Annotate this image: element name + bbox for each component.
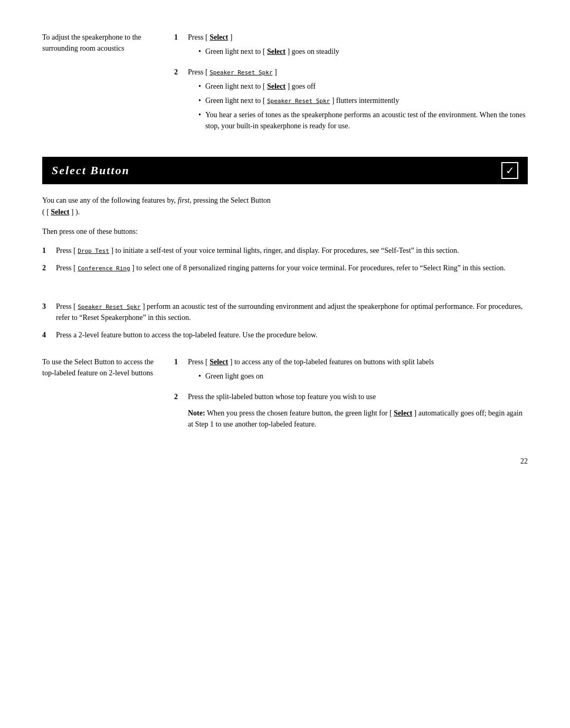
bottom-section: To use the Select Button to access the t… — [42, 356, 528, 436]
bottom-bullet-1: Green light goes on — [198, 371, 434, 382]
bottom-step-2-text: Press the split-labeled button whose top… — [188, 393, 376, 401]
main-step-2-content: Press [ Conference Ring ] to select one … — [56, 262, 506, 273]
speaker-reset-key-1: Speaker Reset Spkr — [210, 69, 272, 76]
bullet-1-1: Green light next to [ Select ] goes on s… — [198, 46, 339, 57]
main-step-1: 1 Press [ Drop Test ] to initiate a self… — [42, 245, 528, 256]
checkmark-icon: ✓ — [501, 162, 518, 179]
note-label: Note: — [188, 409, 205, 417]
top-step-2: 2 Press [ Speaker Reset Spkr ] Green lig… — [174, 67, 528, 135]
main-step-4-content: Press a 2-level feature button to access… — [56, 329, 318, 341]
top-steps-list: 1 Press [ Select ] Green light next to [… — [174, 32, 528, 135]
intro-text2-before: ( [ — [42, 208, 51, 216]
note-text-before: When you press the chosen feature button… — [205, 409, 394, 417]
intro-text-after: pressing the Select Button — [192, 196, 271, 204]
bullet-2-3-text: You hear a series of tones as the speake… — [205, 109, 528, 131]
bottom-left-description: To use the Select Button to access the t… — [42, 356, 158, 436]
bottom-step-num-1: 1 — [174, 356, 183, 385]
conference-ring-key: Conference Ring — [78, 265, 130, 272]
top-right-steps: 1 Press [ Select ] Green light next to [… — [174, 32, 528, 141]
main-step-2-before: Press [ — [56, 264, 78, 272]
step-num-1: 1 — [174, 32, 183, 60]
top-section: To adjust the speakerphone to the surrou… — [42, 32, 528, 141]
main-step-1-after: ] to initiate a self-test of your voice … — [109, 247, 459, 254]
bullet-1-1-text: Green light next to [ Select ] goes on s… — [205, 46, 339, 57]
step-2-text-after: ] — [272, 68, 277, 76]
top-left-description: To adjust the speakerphone to the surrou… — [42, 32, 158, 141]
bottom-step-1-before: Press [ — [188, 358, 210, 366]
bottom-left-text: To use the Select Button to access the t… — [42, 358, 154, 377]
bottom-step-2: 2 Press the split-labeled button whose t… — [174, 391, 528, 430]
main-step-1-content: Press [ Drop Test ] to initiate a self-t… — [56, 245, 459, 256]
select-key-1: Select — [210, 33, 228, 41]
main-step-num-4: 4 — [42, 329, 51, 341]
bottom-steps-list: 1 Press [ Select ] to access any of the … — [174, 356, 528, 430]
top-step-1: 1 Press [ Select ] Green light next to [… — [174, 32, 528, 60]
top-left-text: To adjust the speakerphone to the surrou… — [42, 33, 141, 52]
bullet-2-1-text: Green light next to [ Select ] goes off — [205, 81, 316, 92]
section-header: Select Button ✓ — [42, 157, 528, 184]
step-1-text-before: Press [ — [188, 33, 210, 41]
note-block: Note: When you press the chosen feature … — [188, 408, 528, 430]
bottom-step-1-content: Press [ Select ] to access any of the to… — [188, 356, 434, 385]
intro-text2-after: ] ). — [69, 208, 80, 216]
step-1-bullets: Green light next to [ Select ] goes on s… — [198, 46, 339, 57]
step-1-content: Press [ Select ] Green light next to [ S… — [188, 32, 339, 60]
bottom-step-2-content: Press the split-labeled button whose top… — [188, 391, 528, 430]
bottom-step-1-after: ] to access any of the top-labeled featu… — [228, 358, 434, 366]
bottom-step-num-2: 2 — [174, 391, 183, 430]
bottom-right-steps: 1 Press [ Select ] to access any of the … — [174, 356, 528, 436]
then-press-text: Then press one of these buttons: — [42, 226, 528, 238]
main-step-3: 3 Press [ Speaker Reset Spkr ] perform a… — [42, 301, 528, 323]
select-key-bottom: Select — [210, 358, 228, 366]
step-2-text-before: Press [ — [188, 68, 210, 76]
bullet-2-2-text: Green light next to [ Speaker Reset Spkr… — [205, 95, 399, 106]
intro-italic: first, — [178, 196, 192, 204]
main-step-4: 4 Press a 2-level feature button to acce… — [42, 329, 528, 341]
step-num-2: 2 — [174, 67, 183, 135]
main-steps-list: 1 Press [ Drop Test ] to initiate a self… — [42, 245, 528, 273]
step-1-text-after: ] — [228, 33, 232, 41]
speaker-reset-key-2: Speaker Reset Spkr — [78, 304, 140, 310]
main-step-3-before: Press [ — [56, 302, 78, 310]
main-step-2-after: ] to select one of 8 personalized ringin… — [130, 264, 506, 272]
intro-text-before: You can use any of the following feature… — [42, 196, 178, 204]
drop-test-key: Drop Test — [78, 248, 109, 254]
section-title: Select Button — [52, 164, 130, 177]
bottom-step-1: 1 Press [ Select ] to access any of the … — [174, 356, 528, 385]
bottom-bullet-1-text: Green light goes on — [205, 371, 263, 382]
page-number: 22 — [42, 457, 528, 466]
main-step-4-text: Press a 2-level feature button to access… — [56, 331, 318, 339]
bottom-step-1-bullets: Green light goes on — [198, 371, 434, 382]
main-step-num-1: 1 — [42, 245, 51, 256]
step-2-bullets: Green light next to [ Select ] goes off … — [198, 81, 528, 131]
main-steps-list-2: 3 Press [ Speaker Reset Spkr ] perform a… — [42, 301, 528, 341]
main-step-1-before: Press [ — [56, 247, 78, 254]
bullet-2-2: Green light next to [ Speaker Reset Spkr… — [198, 95, 528, 106]
select-key-intro: Select — [51, 208, 69, 216]
main-step-num-3: 3 — [42, 301, 51, 323]
bullet-2-3: You hear a series of tones as the speake… — [198, 109, 528, 131]
main-step-3-content: Press [ Speaker Reset Spkr ] perform an … — [56, 301, 528, 323]
step-2-content: Press [ Speaker Reset Spkr ] Green light… — [188, 67, 528, 135]
main-step-num-2: 2 — [42, 262, 51, 273]
select-key-note: Select — [394, 409, 412, 417]
intro-paragraph-1: You can use any of the following feature… — [42, 195, 528, 219]
main-step-2: 2 Press [ Conference Ring ] to select on… — [42, 262, 528, 273]
bullet-2-1: Green light next to [ Select ] goes off — [198, 81, 528, 92]
